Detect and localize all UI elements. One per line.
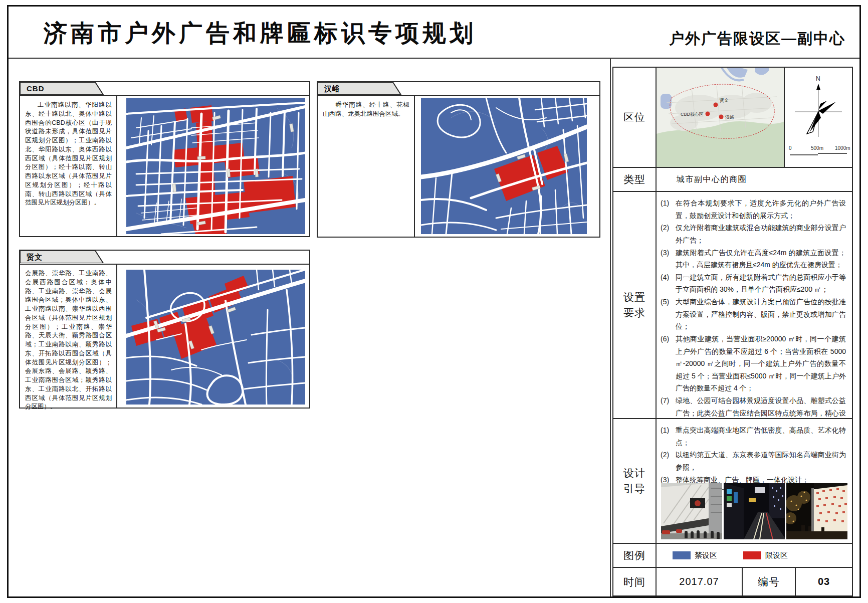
panel-hanyu: 汉峪 舜华南路、经十路、花椒山西路、龙奥北路围合区域。 bbox=[317, 81, 600, 238]
design-guide-item: (2) 以纽约第五大道、东京表参道等国际知名高端商业街为参照， bbox=[661, 449, 846, 473]
requirement-item: (4) 同一建筑立面，所有建筑附着式广告的总面积应小于等于立面面积的 30%，且… bbox=[661, 271, 846, 296]
panel-xianwen-description: 会展路、崇华路、工业南路、会展西路围合区域；奥体中路、工业南路、崇华路、会展路围… bbox=[20, 265, 117, 408]
scale-0-label: 0 bbox=[789, 145, 792, 151]
requirements-list: (1) 在符合本规划要求下，适度允许多元化的户外广告设置，鼓励创意设计和创新的展… bbox=[657, 192, 852, 418]
compass-north-icon: N 0 500m 1 bbox=[785, 68, 852, 167]
legend-limit-zone-name: 限设区 bbox=[765, 551, 788, 560]
row-date-serial: 时间 2017.07 编号 03 bbox=[613, 568, 852, 595]
reference-photo-day-street bbox=[661, 483, 722, 539]
reference-photo-night-street bbox=[724, 483, 785, 539]
panel-xianwen: 贤文 会展路、崇华路、工业南路、会展西路围合区域；奥体中路、工业南路、崇华路、会… bbox=[19, 250, 310, 409]
requirement-item: (2) 仅允许附着商业建筑或混合功能建筑的商业部分设置户外广告； bbox=[661, 222, 846, 246]
requirement-item: (6) 其他商业建筑，当营业面积≥20000 ㎡时，同一个建筑上户外广告的数量不… bbox=[661, 333, 846, 394]
legend-limit-zone-swatch bbox=[743, 551, 761, 559]
requirement-item: (7) 绿地、公园可结合园林景观适度设置小品、雕塑式公益广告；此类公益广告应结合… bbox=[661, 394, 846, 418]
panel-hanyu-header: 汉峪 bbox=[318, 82, 599, 96]
city-overview-map: 贤文 CBD核心区 汉峪 bbox=[657, 68, 785, 167]
panel-xianwen-title: 贤文 bbox=[27, 253, 43, 262]
title-divider bbox=[9, 58, 859, 59]
plan-sheet: 济南市户外广告和牌匾标识专项规划 户外广告限设区—副中心 CBD 工业南路以南、… bbox=[0, 0, 868, 603]
row-requirements: 设置要求 (1) 在符合本规划要求下，适度允许多元化的户外广告设置，鼓励创意设计… bbox=[613, 192, 852, 419]
page-title: 济南市户外广告和牌匾标识专项规划 bbox=[44, 18, 477, 49]
type-label: 类型 bbox=[613, 168, 657, 191]
requirement-item: (3) 建筑附着式广告仅允许在高度≤24m 的建筑立面设置；其中，高层建筑有裙房… bbox=[661, 247, 846, 271]
legend-label: 图例 bbox=[613, 544, 657, 567]
page-subtitle: 户外广告限设区—副中心 bbox=[669, 29, 845, 49]
row-type: 类型 城市副中心的商圈 bbox=[613, 168, 852, 192]
marker-label-xianwen: 贤文 bbox=[720, 98, 729, 103]
xianwen-district-map bbox=[126, 270, 305, 405]
scale-1000-label: 1000m bbox=[835, 145, 850, 151]
panel-cbd-map-area bbox=[117, 96, 309, 236]
design-guide-label: 设计引导 bbox=[613, 419, 657, 543]
panel-cbd: CBD 工业南路以南、华阳路以东、经十路以北、奥体中路以西围合的CBD核心区（由… bbox=[19, 81, 310, 237]
type-value: 城市副中心的商圈 bbox=[677, 174, 747, 185]
content-divider bbox=[610, 58, 611, 596]
panel-hanyu-title: 汉峪 bbox=[324, 84, 340, 94]
location-minimap: 贤文 CBD核心区 汉峪 bbox=[657, 68, 785, 167]
cbd-district-map bbox=[126, 98, 305, 234]
panel-hanyu-map-area bbox=[415, 96, 599, 237]
requirements-label: 设置要求 bbox=[613, 192, 657, 418]
requirement-item: (5) 大型商业综合体，建筑设计方案已预留广告位的按批准方案设置，严格控制内容、… bbox=[661, 296, 846, 333]
panel-xianwen-map-area bbox=[117, 265, 309, 408]
legend-no-zone-name: 禁设区 bbox=[695, 551, 717, 560]
serial-label: 编号 bbox=[743, 568, 796, 595]
hanyu-district-map bbox=[421, 98, 587, 234]
panel-cbd-title: CBD bbox=[27, 84, 45, 93]
requirement-item: (1) 在符合本规划要求下，适度允许多元化的户外广告设置，鼓励创意设计和创新的展… bbox=[661, 197, 846, 222]
panel-hanyu-description: 舜华南路、经十路、花椒山西路、龙奥北路围合区域。 bbox=[318, 96, 415, 237]
row-design-guide: 设计引导 (1) 重点突出高端商业地区广告低密度、高品质、艺术化特点； (2) … bbox=[613, 419, 852, 544]
reference-photo-night-facade bbox=[786, 483, 847, 539]
design-guide-item: (1) 重点突出高端商业地区广告低密度、高品质、艺术化特点； bbox=[661, 424, 846, 449]
row-location: 区位 bbox=[613, 68, 852, 168]
panel-xianwen-header: 贤文 bbox=[20, 251, 309, 265]
marker-label-cbd: CBD核心区 bbox=[681, 112, 704, 117]
compass-scale-cell: N 0 500m 1 bbox=[785, 68, 852, 167]
sheet-frame: 济南市户外广告和牌匾标识专项规划 户外广告限设区—副中心 CBD 工业南路以南、… bbox=[7, 5, 861, 598]
scale-500-label: 500m bbox=[811, 145, 823, 151]
date-label: 时间 bbox=[613, 568, 657, 595]
row-legend: 图例 禁设区 限设区 bbox=[613, 544, 852, 568]
serial-value: 03 bbox=[796, 568, 852, 595]
info-table: 区位 bbox=[612, 67, 853, 596]
reference-photos bbox=[661, 483, 847, 539]
date-value: 2017.07 bbox=[657, 568, 743, 595]
compass-n-label: N bbox=[816, 75, 820, 82]
marker-label-hanyu: 汉峪 bbox=[725, 115, 734, 120]
location-label: 区位 bbox=[613, 68, 657, 167]
scale-bar: 0 500m 1000m bbox=[789, 145, 850, 155]
legend-no-zone-swatch bbox=[673, 551, 691, 559]
panel-cbd-header: CBD bbox=[20, 82, 309, 96]
legend-items: 禁设区 限设区 bbox=[657, 544, 852, 567]
panel-cbd-description: 工业南路以南、华阳路以东、经十路以北、奥体中路以西围合的CBD核心区（由于现状道… bbox=[20, 96, 117, 236]
